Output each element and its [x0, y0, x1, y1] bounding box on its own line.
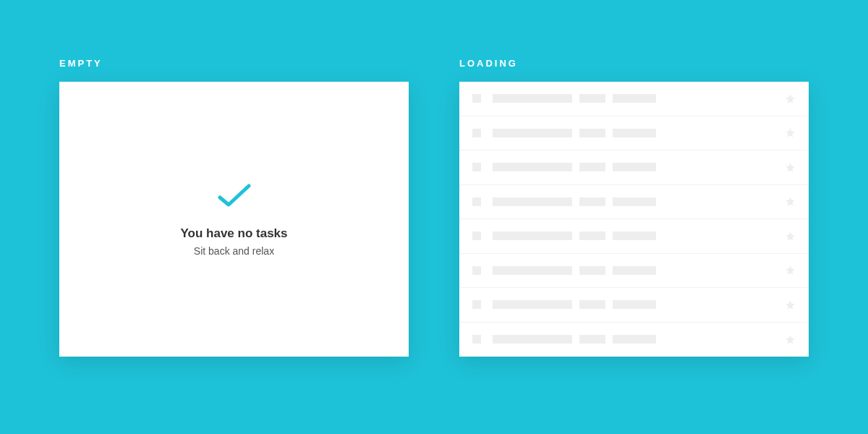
empty-state-section: EMPTY You have no tasks Sit back and rel…	[59, 58, 409, 357]
skeleton-row	[459, 150, 809, 185]
skeleton-bar	[613, 335, 656, 344]
skeleton-bar	[613, 163, 656, 171]
skeleton-bar	[493, 266, 572, 275]
skeleton-bar	[613, 94, 656, 103]
skeleton-bar	[613, 300, 656, 309]
skeleton-row	[459, 219, 809, 254]
skeleton-row	[459, 185, 809, 220]
skeleton-bar	[613, 231, 656, 240]
skeleton-row	[459, 82, 809, 116]
star-icon	[785, 127, 796, 138]
states-container: EMPTY You have no tasks Sit back and rel…	[0, 0, 868, 357]
skeleton-bar	[579, 129, 605, 137]
empty-state-title: You have no tasks	[180, 226, 287, 241]
skeleton-bar	[579, 266, 605, 275]
skeleton-row	[459, 288, 809, 323]
check-icon	[216, 182, 253, 213]
skeleton-bar	[613, 266, 656, 275]
skeleton-checkbox	[472, 94, 481, 103]
skeleton-bar	[493, 231, 572, 240]
skeleton-checkbox	[472, 300, 481, 309]
star-icon	[785, 334, 796, 345]
skeleton-checkbox	[472, 197, 481, 206]
star-icon	[785, 265, 796, 276]
skeleton-checkbox	[472, 335, 481, 344]
skeleton-bar	[579, 335, 605, 344]
skeleton-checkbox	[472, 129, 481, 137]
skeleton-bar	[613, 129, 656, 137]
skeleton-bar	[579, 300, 605, 309]
skeleton-bar	[579, 231, 605, 240]
skeleton-bar	[579, 197, 605, 206]
empty-state-subtitle: Sit back and relax	[194, 245, 274, 257]
skeleton-row	[459, 116, 809, 151]
skeleton-checkbox	[472, 231, 481, 240]
loading-state-section: LOADING	[459, 58, 809, 357]
skeleton-row	[459, 254, 809, 289]
star-icon	[785, 231, 796, 242]
skeleton-list	[459, 82, 809, 357]
skeleton-bar	[613, 197, 656, 206]
skeleton-checkbox	[472, 163, 481, 171]
skeleton-bar	[579, 94, 605, 103]
skeleton-checkbox	[472, 266, 481, 275]
skeleton-bar	[493, 197, 572, 206]
empty-state-panel: You have no tasks Sit back and relax	[59, 82, 409, 357]
skeleton-bar	[493, 163, 572, 171]
skeleton-bar	[493, 300, 572, 309]
empty-section-heading: EMPTY	[59, 58, 409, 69]
star-icon	[785, 93, 796, 104]
skeleton-bar	[579, 163, 605, 171]
skeleton-bar	[493, 129, 572, 137]
skeleton-row	[459, 323, 809, 357]
skeleton-bar	[493, 94, 572, 103]
skeleton-bar	[493, 335, 572, 344]
loading-state-panel	[459, 82, 809, 357]
star-icon	[785, 196, 796, 207]
star-icon	[785, 299, 796, 310]
star-icon	[785, 162, 796, 173]
loading-section-heading: LOADING	[459, 58, 809, 69]
